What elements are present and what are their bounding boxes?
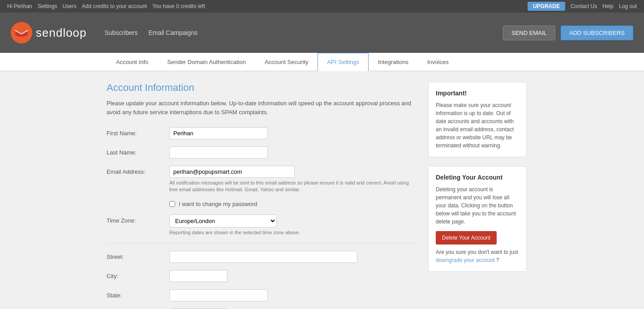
tab-account-info[interactable]: Account Info: [107, 53, 158, 71]
tab-integrations[interactable]: Integrations: [369, 53, 418, 71]
state-label: State:: [107, 289, 169, 299]
important-box: Important! Please make sure your account…: [428, 82, 527, 157]
greeting-text: Hi Perihan: [7, 3, 32, 9]
street-input[interactable]: [169, 251, 357, 263]
sidebar-section: Important! Please make sure your account…: [428, 82, 527, 309]
tab-invoices[interactable]: Invoices: [418, 53, 458, 71]
last-name-row: Last Name:: [107, 146, 417, 159]
add-subscribers-button[interactable]: ADD SUBSCRIBERS: [561, 26, 633, 40]
downgrade-link[interactable]: downgrade your account: [436, 257, 494, 263]
upgrade-button[interactable]: UPGRADE: [528, 2, 565, 11]
city-input-wrap: [169, 270, 417, 282]
logo-icon: [11, 22, 32, 43]
city-row: City:: [107, 270, 417, 282]
help-link[interactable]: Help: [602, 3, 614, 9]
send-email-button[interactable]: SEND EMAIL: [503, 26, 555, 40]
email-input[interactable]: [169, 166, 295, 178]
first-name-input-wrap: [169, 127, 417, 139]
logo-text: sendloop: [36, 26, 87, 40]
top-bar: Hi Perihan Settings Users Add credits to…: [0, 0, 644, 13]
email-input-wrap: All notification messages will be sent t…: [169, 166, 417, 193]
change-password-row: I want to change my password: [169, 201, 417, 207]
nav-subscribers[interactable]: Subscribers: [105, 29, 138, 36]
state-input[interactable]: [169, 289, 268, 301]
email-label: Email Address:: [107, 166, 169, 175]
header-left: sendloop Subscribers Email Campaigns: [11, 22, 197, 43]
change-password-label[interactable]: I want to change my password: [179, 201, 258, 207]
change-password-checkbox[interactable]: [169, 201, 175, 207]
tab-sender-domain[interactable]: Sender Domain Authentication: [158, 53, 255, 71]
state-row: State:: [107, 289, 417, 301]
delete-title: Deleting Your Account: [436, 174, 519, 181]
email-row: Email Address: All notification messages…: [107, 166, 417, 193]
timezone-input-wrap: Europe/London America/New_York America/L…: [169, 215, 417, 236]
street-row: Street:: [107, 251, 417, 263]
first-name-input[interactable]: [169, 127, 268, 139]
important-text: Please make sure your account informatio…: [436, 101, 519, 150]
timezone-row: Time Zone: Europe/London America/New_Yor…: [107, 215, 417, 236]
last-name-input[interactable]: [169, 146, 268, 159]
tabs-bar: Account Info Sender Domain Authenticatio…: [0, 53, 644, 71]
logo[interactable]: sendloop: [11, 22, 87, 43]
form-section: Account Information Please update your a…: [107, 82, 417, 309]
important-title: Important!: [436, 90, 519, 97]
timezone-select[interactable]: Europe/London America/New_York America/L…: [169, 215, 277, 227]
header: sendloop Subscribers Email Campaigns SEN…: [0, 13, 644, 53]
last-name-label: Last Name:: [107, 146, 169, 156]
delete-account-box: Deleting Your Account Deleting your acco…: [428, 166, 527, 272]
timezone-label: Time Zone:: [107, 215, 169, 224]
email-hint: All notification messages will be sent t…: [169, 180, 417, 193]
credits-text: You have 0 credits left: [152, 3, 205, 9]
add-credits-link[interactable]: Add credits to your account: [82, 3, 147, 9]
tab-account-security[interactable]: Account Security: [255, 53, 318, 71]
downgrade-suffix: ?: [496, 257, 499, 263]
street-label: Street:: [107, 251, 169, 260]
street-input-wrap: [169, 251, 417, 263]
settings-link[interactable]: Settings: [38, 3, 57, 9]
city-input[interactable]: [169, 270, 228, 282]
logout-link[interactable]: Log out: [619, 3, 637, 9]
form-divider: [107, 243, 417, 244]
page-title: Account Information: [107, 82, 417, 94]
tab-api-settings[interactable]: API Settings: [318, 53, 369, 71]
contact-us-link[interactable]: Contact Us: [571, 3, 597, 9]
timezone-hint: Reporting dates are shown in the selecte…: [169, 229, 417, 236]
last-name-input-wrap: [169, 146, 417, 159]
first-name-label: First Name:: [107, 127, 169, 137]
state-input-wrap: [169, 289, 417, 301]
content-wrapper: Account Information Please update your a…: [107, 82, 527, 309]
downgrade-text: Are you sure you don't want to just down…: [436, 248, 519, 264]
downgrade-prefix: Are you sure you don't want to just: [436, 249, 518, 255]
users-link[interactable]: Users: [62, 3, 76, 9]
top-bar-right: UPGRADE Contact Us Help Log out: [528, 2, 637, 11]
page-description: Please update your account information b…: [107, 99, 417, 116]
delete-text: Deleting your account is permanent and y…: [436, 185, 519, 226]
top-bar-left: Hi Perihan Settings Users Add credits to…: [7, 3, 205, 9]
delete-account-button[interactable]: Delete Your Account: [436, 231, 497, 245]
first-name-row: First Name:: [107, 127, 417, 139]
main-content: Account Information Please update your a…: [0, 71, 537, 309]
nav-email-campaigns[interactable]: Email Campaigns: [148, 29, 197, 36]
city-label: City:: [107, 270, 169, 279]
header-right: SEND EMAIL ADD SUBSCRIBERS: [503, 26, 633, 40]
logo-svg: [13, 24, 30, 41]
header-nav: Subscribers Email Campaigns: [105, 29, 198, 36]
